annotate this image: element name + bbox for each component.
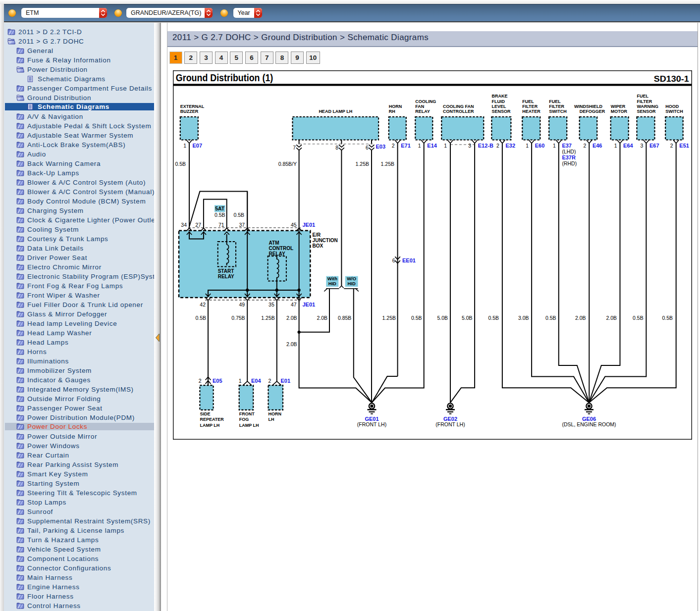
svg-text:2: 2	[392, 143, 395, 149]
svg-text:SWITCH: SWITCH	[665, 109, 683, 114]
svg-text:0.5B: 0.5B	[215, 212, 225, 218]
svg-text:5.0B: 5.0B	[437, 315, 448, 321]
svg-text:FRONT: FRONT	[239, 411, 255, 416]
svg-text:2: 2	[583, 143, 586, 149]
svg-text:(DSL, ENGINE ROOM): (DSL, ENGINE ROOM)	[562, 421, 616, 427]
svg-text:1.25B: 1.25B	[356, 161, 369, 167]
svg-text:6: 6	[392, 257, 395, 263]
svg-text:Ground Distribution (1): Ground Distribution (1)	[176, 72, 273, 83]
svg-text:CONTROLLER: CONTROLLER	[443, 109, 474, 114]
svg-text:3: 3	[641, 143, 644, 149]
svg-text:E51: E51	[679, 143, 689, 149]
svg-text:1.25B: 1.25B	[261, 315, 274, 321]
svg-text:E37: E37	[562, 143, 572, 149]
svg-text:FILTER: FILTER	[522, 104, 538, 109]
svg-text:0.85B: 0.85B	[338, 315, 351, 321]
svg-text:FILTER: FILTER	[549, 104, 564, 109]
svg-text:(LHD): (LHD)	[562, 149, 576, 154]
svg-text:47: 47	[291, 302, 297, 307]
svg-text:HID: HID	[348, 281, 356, 286]
svg-text:E32: E32	[506, 143, 516, 149]
svg-text:FUEL: FUEL	[522, 99, 534, 104]
svg-text:E01: E01	[281, 378, 291, 384]
svg-text:DEFOGGER: DEFOGGER	[580, 109, 605, 114]
svg-text:HEAD LAMP LH: HEAD LAMP LH	[319, 109, 352, 114]
svg-text:1: 1	[444, 143, 447, 149]
svg-text:8: 8	[335, 145, 338, 151]
svg-text:E05: E05	[213, 378, 222, 384]
svg-text:CONTROL: CONTROL	[269, 246, 293, 251]
svg-text:1: 1	[553, 143, 556, 149]
svg-text:FLUID: FLUID	[491, 99, 505, 104]
svg-text:1: 1	[239, 378, 242, 384]
svg-text:EE01: EE01	[402, 257, 416, 263]
svg-text:E03: E03	[376, 144, 386, 150]
svg-text:2: 2	[670, 143, 673, 149]
svg-text:1: 1	[418, 143, 421, 149]
svg-text:JUNCTION: JUNCTION	[313, 238, 338, 243]
svg-text:E71: E71	[401, 143, 411, 149]
svg-text:35: 35	[269, 302, 274, 307]
svg-text:E07: E07	[193, 143, 203, 149]
svg-text:0.5B: 0.5B	[233, 212, 244, 218]
svg-text:3.0B: 3.0B	[518, 315, 529, 321]
svg-text:WARNING: WARNING	[637, 104, 659, 109]
svg-text:E37R: E37R	[562, 154, 576, 160]
svg-text:COOLING: COOLING	[415, 99, 436, 104]
svg-text:HOOD: HOOD	[665, 104, 679, 109]
svg-text:E60: E60	[535, 143, 545, 149]
svg-text:E64: E64	[623, 143, 633, 149]
svg-text:2.0B: 2.0B	[575, 315, 586, 321]
svg-text:2.0B: 2.0B	[317, 315, 327, 321]
svg-text:7: 7	[293, 145, 296, 151]
svg-text:E/R: E/R	[313, 232, 321, 238]
svg-text:0.75B: 0.75B	[231, 315, 245, 321]
svg-text:1: 1	[183, 143, 186, 149]
svg-text:FUEL: FUEL	[637, 94, 649, 99]
svg-text:ATM: ATM	[269, 240, 279, 246]
svg-text:2.0B: 2.0B	[286, 341, 297, 347]
svg-text:0.5B: 0.5B	[411, 315, 422, 321]
svg-text:0.5B: 0.5B	[175, 161, 186, 167]
svg-text:HID: HID	[328, 281, 336, 286]
svg-text:FUEL: FUEL	[549, 99, 561, 104]
svg-text:COOLING FAN: COOLING FAN	[443, 104, 474, 109]
svg-text:BOX: BOX	[313, 243, 323, 249]
svg-text:2.0B: 2.0B	[606, 315, 617, 321]
svg-text:GE06: GE06	[582, 416, 596, 422]
svg-text:LH: LH	[269, 417, 274, 422]
svg-text:With: With	[327, 276, 337, 281]
svg-text:(FRONT LH): (FRONT LH)	[357, 421, 386, 427]
svg-text:WIPER: WIPER	[611, 104, 626, 109]
svg-text:E04: E04	[251, 378, 261, 384]
svg-text:49: 49	[239, 302, 245, 307]
svg-text:1.25B: 1.25B	[381, 161, 394, 167]
svg-text:GE01: GE01	[365, 416, 378, 422]
svg-text:E46: E46	[592, 143, 602, 149]
svg-text:JE01: JE01	[303, 302, 316, 307]
svg-text:LEVEL: LEVEL	[491, 104, 506, 109]
svg-text:1.25B: 1.25B	[382, 315, 396, 321]
svg-text:LAMP LH: LAMP LH	[239, 423, 259, 428]
svg-text:W/O: W/O	[347, 276, 356, 281]
svg-text:BUZZER: BUZZER	[180, 109, 199, 114]
svg-text:37: 37	[239, 222, 245, 228]
svg-text:RELAY: RELAY	[269, 251, 285, 256]
svg-text:5AT: 5AT	[215, 205, 225, 211]
svg-text:0.5B: 0.5B	[662, 315, 673, 321]
svg-text:0.5B: 0.5B	[488, 315, 499, 321]
svg-text:MOTOR: MOTOR	[611, 109, 628, 114]
svg-text:E67: E67	[649, 143, 659, 149]
svg-text:2: 2	[199, 378, 202, 384]
svg-text:SD130-1: SD130-1	[654, 74, 689, 83]
svg-text:E14: E14	[427, 143, 437, 149]
svg-text:LAMP LH: LAMP LH	[200, 423, 219, 428]
svg-text:71: 71	[218, 222, 224, 228]
svg-text:E12-B: E12-B	[478, 143, 493, 149]
svg-text:SENSOR: SENSOR	[491, 109, 511, 114]
svg-text:0.5B: 0.5B	[545, 315, 556, 321]
svg-text:EXTERNAL: EXTERNAL	[180, 104, 205, 109]
svg-text:GE02: GE02	[443, 416, 457, 422]
svg-text:HORN: HORN	[389, 104, 402, 109]
svg-text:(FRONT LH): (FRONT LH)	[435, 421, 465, 427]
